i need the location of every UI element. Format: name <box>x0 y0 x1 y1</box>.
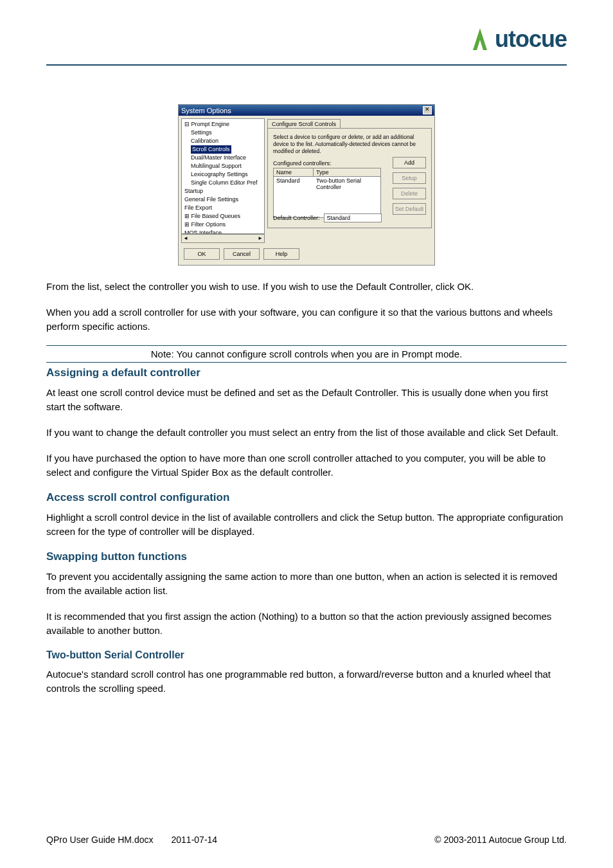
body-paragraph: If you have purchased the option to have… <box>46 451 567 480</box>
note-rule-bottom <box>46 362 567 363</box>
controllers-grid[interactable]: Standard Two-button Serial Controller <box>273 177 381 218</box>
footer-doc-name: QPro User Guide HM.docx <box>46 835 154 845</box>
delete-button[interactable]: Delete <box>393 188 426 199</box>
brand-logo: utocue <box>466 26 567 53</box>
system-options-dialog: System Options ✕ ⊟ Prompt Engine Setting… <box>178 104 435 266</box>
cancel-button[interactable]: Cancel <box>224 248 260 260</box>
tree-item[interactable]: File Export <box>184 204 262 212</box>
tree-item[interactable]: Single Column Editor Pref <box>184 179 262 187</box>
body-paragraph: Highlight a scroll control device in the… <box>46 511 567 539</box>
default-controller-label: Default Controller: <box>273 215 320 221</box>
logo-mark-icon <box>466 26 493 53</box>
body-paragraph: If you want to change the default contro… <box>46 426 567 440</box>
body-paragraph: From the list, select the controller you… <box>46 280 567 294</box>
dialog-instructions: Select a device to configure or delete, … <box>273 134 426 155</box>
col-type: Type <box>314 168 380 176</box>
tree-item[interactable]: ⊟ Prompt Engine <box>184 120 262 129</box>
body-paragraph: At least one scroll control device must … <box>46 386 567 414</box>
body-paragraph: When you add a scroll controller for use… <box>46 305 567 334</box>
footer-copyright: © 2003-2011 Autocue Group Ltd. <box>434 835 567 845</box>
tree-item[interactable]: ⊞ Filter Options <box>184 221 262 229</box>
tree-item[interactable]: Multilingual Support <box>184 162 262 170</box>
footer-date: 2011-07-14 <box>172 835 218 845</box>
tab-configure-scroll-controls[interactable]: Configure Scroll Controls <box>267 119 341 129</box>
default-controller-value: Standard <box>324 213 382 222</box>
add-button[interactable]: Add <box>393 157 426 168</box>
tree-item[interactable]: Calibration <box>184 137 262 145</box>
tree-item[interactable]: General File Settings <box>184 195 262 204</box>
tree-item[interactable]: Lexicography Settings <box>184 170 262 179</box>
heading-access-config: Access scroll control configuration <box>46 491 567 504</box>
body-paragraph: It is recommended that you first assign … <box>46 610 567 638</box>
dialog-titlebar: System Options ✕ <box>179 105 434 116</box>
set-default-button[interactable]: Set Default <box>393 203 426 215</box>
body-paragraph: Autocue's standard scroll control has on… <box>46 667 567 696</box>
body-paragraph: To prevent you accidentally assigning th… <box>46 570 567 598</box>
controllers-grid-header: Name Type <box>273 168 381 177</box>
tree-item[interactable]: Settings <box>184 129 262 137</box>
tree-item[interactable]: Dual/Master Interface <box>184 154 262 162</box>
header-rule <box>46 64 567 66</box>
table-row[interactable]: Standard Two-button Serial Controller <box>274 177 380 191</box>
tree-item[interactable]: ⊞ File Based Queues <box>184 212 262 221</box>
logo-text: utocue <box>495 26 567 53</box>
page-footer: QPro User Guide HM.docx 2011-07-14 © 200… <box>46 835 567 845</box>
ok-button[interactable]: OK <box>184 248 220 260</box>
help-button[interactable]: Help <box>263 248 299 260</box>
tree-scrollbar[interactable]: ◄► <box>181 234 265 243</box>
tree-item[interactable]: Startup <box>184 187 262 195</box>
note-line: Note: You cannot configure scroll contro… <box>46 346 567 362</box>
heading-assigning-default: Assigning a default controller <box>46 366 567 379</box>
col-name: Name <box>274 168 314 176</box>
close-icon[interactable]: ✕ <box>423 106 432 114</box>
options-tree[interactable]: ⊟ Prompt Engine Settings Calibration Scr… <box>181 118 265 234</box>
tree-item-selected[interactable]: Scroll Controls <box>191 145 231 154</box>
dialog-title: System Options <box>181 107 231 114</box>
tree-item[interactable]: MOS Interface <box>184 229 262 234</box>
heading-swapping: Swapping button functions <box>46 550 567 563</box>
heading-two-button: Two-button Serial Controller <box>46 649 567 661</box>
setup-button[interactable]: Setup <box>393 172 426 184</box>
